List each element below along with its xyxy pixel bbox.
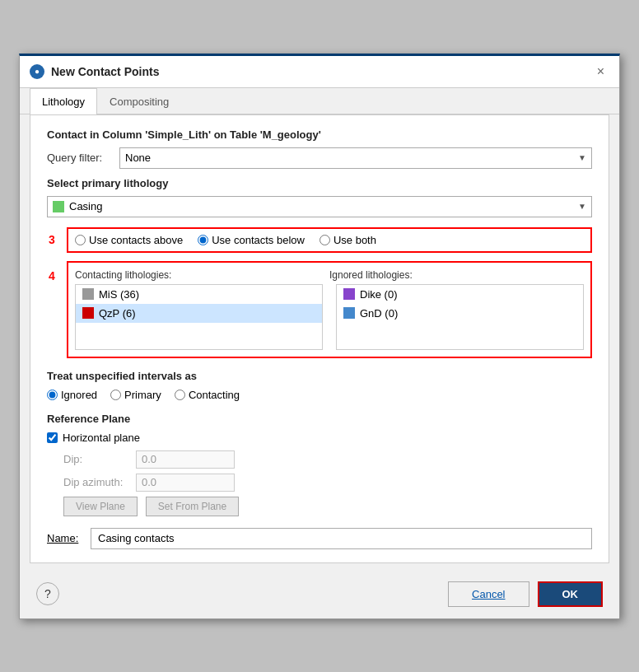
unspecified-group: Ignored Primary Contacting: [47, 389, 592, 401]
horizontal-plane-row: Horizontal plane: [47, 432, 592, 444]
tab-compositing[interactable]: Compositing: [97, 88, 181, 114]
lithology-area: Contacting lithologies: MiS (36) QzP (6): [67, 261, 592, 358]
gnd-swatch: [343, 307, 355, 319]
set-from-plane-button[interactable]: Set From Plane: [146, 497, 239, 516]
litho-item-qzp[interactable]: QzP (6): [76, 304, 322, 323]
contact-description: Contact in Column 'Simple_Lith' on Table…: [47, 128, 592, 141]
primary-lithology-select[interactable]: Casing: [69, 200, 573, 212]
dip-row: Dip:: [63, 450, 592, 469]
name-row: Name:: [47, 528, 592, 549]
primary-lithology-label: Select primary lithology: [47, 177, 592, 189]
radio-below[interactable]: Use contacts below: [198, 234, 305, 246]
ref-plane-label: Reference Plane: [47, 413, 592, 425]
name-label: Name:: [47, 532, 84, 544]
dike-swatch: [343, 288, 355, 300]
qzp-swatch: [82, 307, 94, 319]
dialog-title: New Contact Points: [51, 65, 159, 78]
radio-above[interactable]: Use contacts above: [75, 234, 183, 246]
radio-both[interactable]: Use both: [320, 234, 376, 246]
query-filter-select-wrapper[interactable]: None ▼: [119, 147, 592, 169]
title-bar: ● New Contact Points ×: [20, 56, 619, 88]
unspecified-primary-label: Primary: [124, 389, 161, 401]
tab-bar: Lithology Compositing: [20, 88, 619, 114]
primary-lithology-arrow: ▼: [578, 202, 586, 211]
primary-lithology-swatch: [53, 201, 64, 212]
main-content: Contact in Column 'Simple_Lith' on Table…: [30, 114, 609, 563]
radio-above-input[interactable]: [75, 235, 86, 245]
gnd-label: GnD (0): [360, 307, 398, 320]
mis-label: MiS (36): [99, 288, 139, 301]
ignored-col: Ignored lithologies: Dike (0) GnD (0): [329, 269, 584, 350]
unspecified-ignored[interactable]: Ignored: [47, 389, 97, 401]
step-3-label: 3: [49, 233, 55, 246]
dialog-footer: ? Cancel OK: [20, 573, 619, 618]
contact-direction-group: Use contacts above Use contacts below Us…: [67, 227, 592, 253]
title-bar-left: ● New Contact Points: [30, 64, 159, 79]
dip-azimuth-row: Dip azimuth:: [63, 474, 592, 492]
unspecified-primary[interactable]: Primary: [110, 389, 161, 401]
close-button[interactable]: ×: [592, 63, 609, 81]
unspecified-ignored-input[interactable]: [47, 390, 58, 400]
plane-buttons-row: View Plane Set From Plane: [63, 497, 592, 516]
unspecified-label: Treat unspecified intervals as: [47, 370, 592, 382]
litho-item-dike[interactable]: Dike (0): [337, 285, 583, 304]
litho-item-gnd[interactable]: GnD (0): [337, 304, 583, 323]
dip-input: [136, 450, 235, 469]
reference-plane-section: Reference Plane Horizontal plane Dip: Di…: [47, 413, 592, 516]
ok-button[interactable]: OK: [538, 581, 604, 607]
name-input[interactable]: [91, 528, 592, 549]
query-filter-label: Query filter:: [47, 152, 113, 164]
unspecified-primary-input[interactable]: [110, 390, 121, 400]
dip-azimuth-label: Dip azimuth:: [63, 476, 129, 488]
radio-above-label: Use contacts above: [89, 234, 183, 246]
contacting-list: MiS (36) QzP (6): [75, 284, 323, 350]
help-button[interactable]: ?: [36, 582, 59, 605]
horizontal-plane-checkbox[interactable]: [47, 432, 58, 443]
horizontal-plane-label: Horizontal plane: [63, 432, 140, 444]
unspecified-contacting[interactable]: Contacting: [175, 389, 240, 401]
tab-lithology[interactable]: Lithology: [30, 88, 97, 114]
step-4-label: 4: [49, 269, 55, 282]
view-plane-button[interactable]: View Plane: [63, 497, 138, 516]
radio-both-input[interactable]: [320, 235, 330, 245]
primary-lithology-select-wrapper[interactable]: Casing ▼: [47, 196, 592, 217]
contacting-label: Contacting lithologies:: [75, 269, 329, 281]
cancel-button[interactable]: Cancel: [448, 581, 529, 607]
mis-swatch: [82, 288, 94, 300]
footer-buttons: Cancel OK: [448, 581, 603, 607]
qzp-label: QzP (6): [99, 307, 136, 320]
ignored-list: Dike (0) GnD (0): [336, 284, 584, 350]
unspecified-ignored-label: Ignored: [61, 389, 97, 401]
query-filter-row: Query filter: None ▼: [47, 147, 592, 169]
dip-label: Dip:: [63, 453, 129, 465]
radio-below-input[interactable]: [198, 235, 208, 245]
radio-both-label: Use both: [333, 234, 376, 246]
unspecified-contacting-label: Contacting: [189, 389, 240, 401]
ignored-label: Ignored lithologies:: [329, 269, 584, 281]
contacting-col: Contacting lithologies: MiS (36) QzP (6): [75, 269, 329, 350]
app-icon: ●: [30, 64, 44, 79]
query-filter-select[interactable]: None: [125, 152, 578, 164]
dialog: ● New Contact Points × Lithology Composi…: [19, 54, 620, 619]
litho-item-mis[interactable]: MiS (36): [76, 285, 322, 304]
unspecified-contacting-input[interactable]: [175, 390, 185, 400]
dike-label: Dike (0): [360, 288, 398, 301]
dip-azimuth-input: [136, 474, 235, 492]
radio-below-label: Use contacts below: [212, 234, 305, 246]
query-filter-arrow: ▼: [578, 153, 586, 162]
